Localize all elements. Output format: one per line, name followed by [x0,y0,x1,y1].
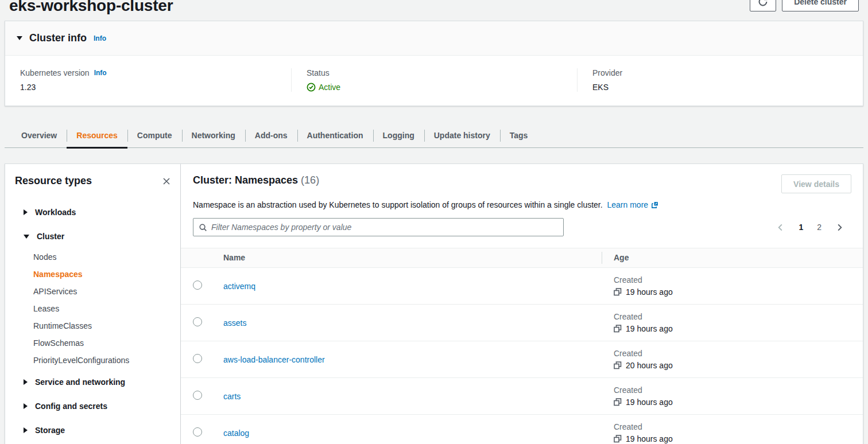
kubernetes-version-field: Kubernetes version Info 1.23 [5,68,291,92]
chevron-left-icon [776,223,785,232]
cluster-info-header[interactable]: Cluster info Info [5,21,863,56]
age-value: 20 hours ago [626,361,673,370]
table-row: catalog Created 19 hours ago [181,415,863,444]
created-label: Created [614,422,863,431]
content-area: Resource types Workloads Cluster Nodes N… [5,163,863,444]
namespace-link[interactable]: activemq [223,282,255,291]
table-row: carts Created 19 hours ago [181,378,863,415]
tab-logging[interactable]: Logging [373,123,424,147]
age-value: 19 hours ago [626,434,673,443]
tab-tags[interactable]: Tags [500,123,538,147]
filter-box [193,218,564,236]
cluster-info-info-link[interactable]: Info [94,34,106,42]
pagination-page-1[interactable]: 1 [797,221,804,233]
namespace-link[interactable]: catalog [223,429,249,438]
sidebar-item-prioritylevelconfigurations[interactable]: PriorityLevelConfigurations [15,352,172,369]
provider-label: Provider [592,68,622,77]
tab-resources[interactable]: Resources [67,123,127,147]
status-field: Status Active [291,68,577,92]
age-column-header: Age [602,248,863,268]
sidebar-item-runtimeclasses[interactable]: RuntimeClasses [15,317,172,334]
sidebar-title: Resource types [15,175,92,187]
created-label: Created [614,385,863,395]
panel-heading: Cluster: Namespaces (16) [193,174,319,186]
created-label: Created [614,312,863,321]
cluster-info-title: Cluster info [29,32,87,44]
copy-icon[interactable] [614,435,622,443]
tab-authentication[interactable]: Authentication [297,123,373,147]
kubernetes-version-info-link[interactable]: Info [94,69,107,77]
age-value: 19 hours ago [626,398,673,407]
kubernetes-version-label: Kubernetes version [20,68,90,77]
namespaces-panel: Cluster: Namespaces (16) View details Na… [181,163,863,444]
namespace-count: (16) [301,174,319,186]
status-label: Status [307,68,330,77]
tab-update-history[interactable]: Update history [424,123,500,147]
sidebar-close-button[interactable] [161,176,172,187]
row-radio-button[interactable] [193,317,202,326]
cluster-tabs: Overview Resources Compute Networking Ad… [5,123,863,148]
sidebar-item-namespaces[interactable]: Namespaces [15,266,172,283]
name-column-header: Name [223,248,602,268]
namespace-link[interactable]: carts [223,392,241,401]
cluster-group-children: Nodes Namespaces APIServices Leases Runt… [15,248,172,370]
tab-add-ons[interactable]: Add-ons [245,123,297,147]
page-title: eks-workshop-cluster [9,0,859,15]
description-text: Namespace is an abstraction used by Kube… [193,200,603,209]
pagination-prev-button[interactable] [775,222,786,233]
sidebar-group-workloads[interactable]: Workloads [15,200,172,224]
copy-icon[interactable] [614,288,622,296]
sidebar-group-label: Config and secrets [35,402,107,411]
chevron-right-icon [24,209,28,215]
collapse-caret-icon[interactable] [17,36,22,40]
delete-cluster-button[interactable]: Delete cluster [782,0,859,11]
learn-more-label: Learn more [607,200,649,211]
sidebar-group-label: Storage [35,426,65,435]
namespace-link[interactable]: assets [223,318,246,328]
sidebar-item-flowschemas[interactable]: FlowSchemas [15,334,172,352]
cluster-info-panel: Cluster info Info Kubernetes version Inf… [5,21,863,106]
row-radio-button[interactable] [193,427,202,437]
tab-networking[interactable]: Networking [182,123,245,147]
external-link-icon [651,201,658,209]
age-value: 19 hours ago [626,324,673,333]
pagination-page-2[interactable]: 2 [816,221,823,233]
kubernetes-version-value: 1.23 [20,83,276,92]
namespace-link[interactable]: aws-load-balancer-controller [223,355,325,364]
panel-description: Namespace is an abstraction used by Kube… [193,200,851,211]
sidebar-group-storage[interactable]: Storage [15,418,172,442]
table-header-row: Name Age [181,248,863,268]
sidebar-item-apiservices[interactable]: APIServices [15,283,172,300]
status-success-icon [307,83,316,92]
copy-icon[interactable] [614,325,622,333]
row-radio-button[interactable] [193,354,202,363]
sidebar-item-leases[interactable]: Leases [15,300,172,317]
refresh-button[interactable] [750,0,776,11]
learn-more-link[interactable]: Learn more [607,200,659,211]
row-radio-button[interactable] [193,281,202,290]
copy-icon[interactable] [614,398,622,406]
tab-compute[interactable]: Compute [127,123,182,147]
status-text: Active [319,83,340,92]
header-actions: Delete cluster [750,0,859,11]
table-row: assets Created 19 hours ago [181,305,863,341]
namespaces-table: Name Age activemq Created 19 hours ago [181,248,863,444]
tab-overview[interactable]: Overview [11,123,67,147]
row-radio-button[interactable] [193,391,202,400]
created-label: Created [614,349,863,358]
view-details-button[interactable]: View details [781,174,851,193]
sidebar-group-cluster[interactable]: Cluster [15,224,172,248]
filter-namespaces-input[interactable] [211,223,558,232]
copy-icon[interactable] [614,361,622,369]
pagination: 1 2 [775,221,851,233]
sidebar-item-nodes[interactable]: Nodes [15,248,172,266]
sidebar-group-config-and-secrets[interactable]: Config and secrets [15,394,172,418]
sidebar-group-label: Workloads [35,208,76,217]
resource-types-sidebar: Resource types Workloads Cluster Nodes N… [5,163,181,444]
sidebar-group-service-and-networking[interactable]: Service and networking [15,370,172,394]
created-label: Created [614,275,863,285]
pagination-next-button[interactable] [834,222,845,233]
chevron-right-icon [24,379,28,385]
chevron-right-icon [835,223,844,232]
provider-value: EKS [592,83,848,92]
